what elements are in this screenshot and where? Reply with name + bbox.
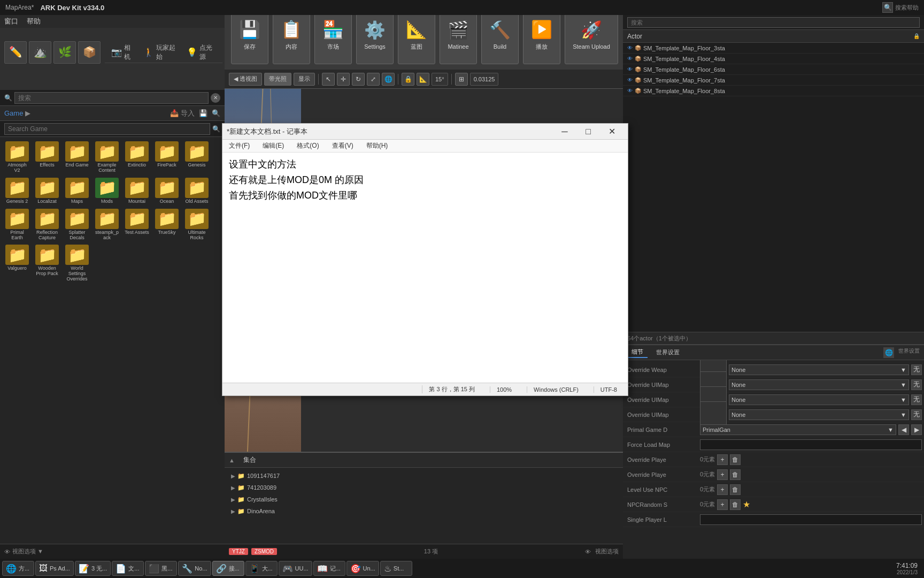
menu-help[interactable]: 帮助 — [27, 17, 41, 26]
detail-del-9[interactable]: 🗑 — [730, 499, 741, 510]
folder-oldassets[interactable]: 📁 Old Assets — [183, 177, 211, 206]
notepad-minimize-btn[interactable]: ─ — [553, 124, 576, 140]
folder-wooden[interactable]: 📁 Wooden Prop Pack — [33, 244, 61, 283]
search-clear-btn[interactable]: ✕ — [211, 93, 220, 103]
folder-steampack[interactable]: 📁 steampk_pack — [93, 208, 121, 242]
nav-player-start[interactable]: 🚶 玩家起始 — [141, 42, 181, 63]
taskbar-item-fang[interactable]: 🌐 方... — [2, 561, 34, 576]
taskbar-item-ji[interactable]: 📖 记... — [313, 561, 345, 576]
details-tab-detail[interactable]: 细节 — [627, 347, 648, 358]
search-icon[interactable]: 🔍 — [882, 2, 893, 13]
actor-item-0[interactable]: 👁 📦 SM_Template_Map_Floor_3sta — [623, 43, 924, 54]
notepad-maximize-btn[interactable]: □ — [576, 124, 600, 140]
world-btn[interactable]: 🌐 — [382, 73, 395, 86]
toolbar-landscape-btn[interactable]: ⛰️ — [29, 41, 51, 64]
folder-testassets[interactable]: 📁 Test Assets — [123, 208, 151, 242]
detail-add-9[interactable]: + — [717, 499, 728, 510]
right-search-input[interactable] — [627, 17, 920, 28]
view-options-label[interactable]: 视图选项 — [595, 547, 619, 556]
folder-localizat[interactable]: 📁 Localizat — [33, 177, 61, 206]
sub-item-0[interactable]: ▶ 📁 1091147617 — [229, 470, 619, 482]
rotate-btn[interactable]: ↻ — [352, 73, 365, 86]
notepad-close-btn[interactable]: ✕ — [600, 124, 623, 140]
notepad-body[interactable]: 设置中文的方法 还有就是上传MOD是0M 的原因 首先找到你做的MOD文件里哪 — [222, 153, 628, 383]
folder-effects[interactable]: 📁 Effects — [33, 140, 61, 174]
detail-nav-left-4[interactable]: ◀ — [898, 424, 909, 435]
folder-example[interactable]: 📁 Example Content — [93, 140, 121, 174]
taskbar-item-da[interactable]: 📱 大... — [245, 561, 278, 576]
detail-add-7[interactable]: + — [717, 469, 728, 480]
sub-item-1[interactable]: ▶ 📁 741203089 — [229, 482, 619, 493]
taskbar-item-hei[interactable]: ⬛ 黑... — [145, 561, 177, 576]
taskbar-item-uu[interactable]: 🎮 UU... — [279, 561, 312, 576]
menu-window[interactable]: 窗口 — [4, 17, 18, 26]
folder-endgame[interactable]: 📁 End Game — [63, 140, 91, 174]
content-search-input[interactable] — [14, 92, 209, 104]
folder-primalearth[interactable]: 📁 Primal Earth — [3, 208, 31, 242]
taskbar-item-no[interactable]: 🔧 No... — [178, 561, 211, 576]
nav-camera[interactable]: 📷 相机 — [109, 42, 137, 63]
notepad-menu-help[interactable]: 帮助(H) — [364, 140, 390, 151]
toolbar-geometry-btn[interactable]: 📦 — [78, 41, 101, 64]
nav-light[interactable]: 💡 点光源 — [184, 42, 218, 63]
folder-ultimate[interactable]: 📁 Ultimate Rocks — [183, 208, 211, 242]
world-settings-btn[interactable]: 🌐 — [883, 347, 894, 358]
folder-reflection[interactable]: 📁 Reflection Capture — [33, 208, 61, 242]
notepad-menu-file[interactable]: 文件(F) — [227, 140, 252, 151]
bottom-sub-tab-collection[interactable]: 集合 — [239, 454, 260, 466]
snap-btn[interactable]: 🔒 — [402, 73, 414, 86]
translate-btn[interactable]: ✛ — [337, 73, 350, 86]
detail-nav-right-4[interactable]: ▶ — [911, 424, 922, 435]
folder-truesky[interactable]: 📁 TrueSky — [153, 208, 181, 242]
select-mode-btn[interactable]: ↖ — [322, 73, 335, 86]
scale-btn[interactable]: ⤢ — [367, 73, 380, 86]
taskbar-item-st[interactable]: ♨ St... — [380, 561, 412, 576]
actor-item-2[interactable]: 👁 📦 SM_Template_Map_Floor_6sta — [623, 64, 924, 75]
sub-item-2[interactable]: ▶ 📁 CrystalIsles — [229, 493, 619, 505]
folder-extinctio[interactable]: 📁 Extinctio — [123, 140, 151, 174]
folder-worldsettings[interactable]: 📁 World Settings Overrides — [63, 244, 91, 283]
detail-del-6[interactable]: 🗑 — [730, 454, 741, 465]
sub-item-3[interactable]: ▶ 📁 DinoArena — [229, 505, 619, 517]
taskbar-item-3[interactable]: 📝 3 无... — [75, 561, 111, 576]
actor-item-3[interactable]: 👁 📦 SM_Template_Map_Floor_7sta — [623, 75, 924, 86]
folder-mountai[interactable]: 📁 Mountai — [123, 177, 151, 206]
notepad-menu-format[interactable]: 格式(O) — [295, 140, 321, 151]
path-game[interactable]: Game — [4, 109, 23, 117]
folder-splatter[interactable]: 📁 Splatter Decals — [63, 208, 91, 242]
view-options-btn[interactable]: 视图选项 ▼ — [12, 547, 43, 556]
detail-del-8[interactable]: 🗑 — [730, 484, 741, 495]
folder-firepack[interactable]: 📁 FirePack — [153, 140, 181, 174]
snap-angle-btn[interactable]: 📐 — [417, 73, 429, 86]
folder-mods[interactable]: 📁 Mods — [93, 177, 121, 206]
show-btn[interactable]: 显示 — [294, 73, 315, 86]
detail-input-10[interactable] — [700, 514, 922, 525]
detail-add-8[interactable]: + — [717, 484, 728, 495]
detail-btn-3[interactable]: 无 — [911, 409, 922, 420]
detail-dropdown-3[interactable]: None▼ — [729, 409, 909, 420]
notepad-menu-view[interactable]: 查看(V) — [330, 140, 356, 151]
taskbar-item-un[interactable]: 🎯 Un... — [346, 561, 379, 576]
actor-item-1[interactable]: 👁 📦 SM_Template_Map_Floor_4sta — [623, 54, 924, 64]
taskbar-item-ps[interactable]: 🖼 Ps Ad... — [35, 561, 74, 576]
content-search-btn[interactable]: 🔍 — [212, 109, 220, 117]
toolbar-foliage-btn[interactable]: 🌿 — [53, 41, 76, 64]
notepad-menu-edit[interactable]: 编辑(E) — [260, 140, 286, 151]
search-game-input[interactable] — [4, 123, 210, 135]
grid-snap-btn[interactable]: ⊞ — [455, 73, 468, 86]
toolbar-mode-btn[interactable]: ✏️ — [4, 41, 27, 64]
folder-maps[interactable]: 📁 Maps — [63, 177, 91, 206]
detail-input-5[interactable] — [700, 439, 922, 450]
import-btn[interactable]: 📥 导入 — [170, 109, 195, 118]
detail-add-6[interactable]: + — [717, 454, 728, 465]
lighting-btn[interactable]: 带光照 — [264, 73, 291, 86]
save-all-btn[interactable]: 💾 — [199, 109, 207, 117]
folder-atmosph[interactable]: 📁 Atmosph V2 — [3, 140, 31, 174]
details-tab-world[interactable]: 世界设置 — [652, 347, 684, 358]
folder-genesis[interactable]: 📁 Genesis — [183, 140, 211, 174]
actor-item-4[interactable]: 👁 📦 SM_Template_Map_Floor_8sta — [623, 86, 924, 96]
taskbar-item-jie[interactable]: 🔗 接... — [212, 561, 244, 576]
folder-genesis2[interactable]: 📁 Genesis 2 — [3, 177, 31, 206]
perspective-btn[interactable]: ◀ 透视图 — [229, 73, 262, 86]
folder-valguero[interactable]: 📁 Valguero — [3, 244, 31, 283]
